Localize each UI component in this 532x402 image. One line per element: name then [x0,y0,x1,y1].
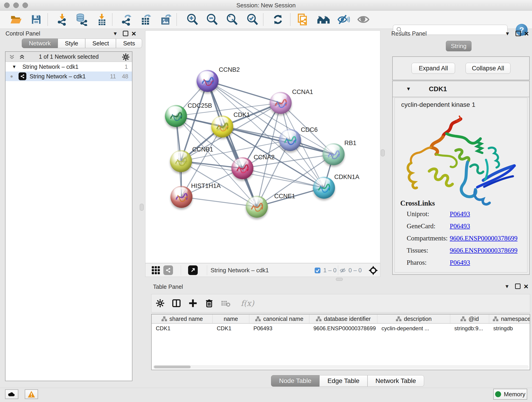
control-panel-close-button[interactable]: × [132,31,136,36]
node-table[interactable]: shared namenamecanonical namedatabase id… [151,314,530,370]
string-home-button[interactable] [317,12,330,27]
results-panel-float-button[interactable] [515,31,521,36]
string-view-button[interactable] [163,265,173,275]
scrollbar-thumb[interactable] [154,366,191,368]
show-columns-icon[interactable] [172,298,181,308]
tab-string[interactable]: String [446,41,472,51]
network-row[interactable]: ● String Network – cdk1 11 48 [6,71,132,81]
column-header-shared-name[interactable]: shared name [152,314,213,323]
tab-network-table[interactable]: Network Table [367,375,424,387]
birds-eye-toggle[interactable] [368,265,378,277]
tab-sets[interactable]: Sets [116,38,142,48]
network-canvas[interactable]: CCNB2CCNA1CDC25BCDK1CDC6RB1CCNB1CCNA2CDK… [145,31,380,263]
expand-all-button[interactable]: Expand All [412,63,455,74]
tab-style[interactable]: Style [58,38,85,48]
tab-node-table[interactable]: Node Table [271,375,319,387]
column-header--id[interactable]: @id [450,314,489,323]
tab-select[interactable]: Select [85,38,116,48]
hidden-eye-slash-icon[interactable] [339,267,347,275]
eye-button[interactable] [356,12,370,27]
zoom-in-button[interactable] [186,12,199,27]
table-panel-float-button[interactable] [515,283,520,289]
crosslink-uniprot-link[interactable]: P06493 [450,210,470,218]
node-ccnb1[interactable] [170,150,192,172]
protein-collapse-arrow[interactable]: ▼ [406,86,411,92]
table-cell[interactable]: stringdb:9... [450,324,489,333]
crosslink-pharos-link[interactable]: P06493 [450,259,470,266]
grid-view-button[interactable] [151,265,161,277]
export-network-button[interactable] [119,12,133,27]
crosslink-genecard-link[interactable]: P06493 [450,222,470,230]
add-column-plus-icon[interactable] [188,298,198,308]
table-cell[interactable]: CDK1 [152,324,213,333]
collapse-all-button[interactable]: Collapse All [466,63,510,74]
save-session-button[interactable] [29,12,43,27]
table-cell[interactable]: CDK1 [213,324,249,333]
import-table-file-button[interactable] [95,12,109,27]
toolbar-separator [177,13,177,26]
table-panel-close-button[interactable]: × [524,283,528,289]
node-ccnb2[interactable] [196,70,219,92]
control-panel-menu-button[interactable]: ▼ [113,31,118,37]
collection-expand-arrow[interactable]: ▼ [12,64,17,70]
node-cdc6[interactable] [279,129,301,151]
table-settings-gear-icon[interactable] [156,299,165,308]
selected-checkbox[interactable] [314,267,321,275]
export-image-button[interactable] [159,12,173,27]
table-cell[interactable]: 9606.ENSP00000378699 [309,324,377,333]
memory-button[interactable]: Memory [493,389,527,400]
node-hist1h1a[interactable] [171,186,192,208]
node-cdc25b[interactable] [165,105,187,127]
table-row[interactable]: CDK1CDK1P064939606.ENSP00000378699cyclin… [152,324,530,333]
column-header-database-identifier[interactable]: database identifier [309,314,377,323]
table-horizontal-scrollbar[interactable] [153,365,529,369]
crosslink-compartments-link[interactable]: 9606.ENSP00000378699 [450,235,518,242]
tab-network[interactable]: Network [22,38,58,48]
results-panel-close-button[interactable]: × [524,31,529,36]
show-hide-graphics-button[interactable] [336,12,350,27]
bottom-splitter-handle[interactable] [336,278,343,281]
table-cell[interactable]: stringdb [489,324,530,333]
open-session-button[interactable] [9,12,23,27]
column-header-name[interactable]: name [213,314,249,323]
zoom-out-button[interactable] [205,12,219,27]
tab-edge-table[interactable]: Edge Table [319,375,367,387]
column-header-namespace[interactable]: namespace [489,314,530,323]
update-button[interactable] [271,12,285,27]
control-panel-float-button[interactable] [123,31,128,36]
table-cell[interactable]: cyclin-dependent ... [377,324,450,333]
left-splitter-handle[interactable] [140,204,144,211]
protein-section-header[interactable]: ▼ CDK1 [393,81,529,97]
crosslink-tissues-link[interactable]: 9606.ENSP00000378699 [450,247,518,254]
import-network-file-button[interactable] [55,12,69,27]
node-cdk1[interactable] [211,115,233,138]
network-node-count: 11 [110,73,116,80]
cloud-button[interactable] [5,389,18,399]
right-splitter-handle[interactable] [381,149,385,156]
zoom-fit-button[interactable] [225,12,239,27]
column-header-description[interactable]: description [377,314,450,323]
table-cell[interactable]: P06493 [249,324,309,333]
import-network-database-button[interactable] [75,12,88,27]
node-ccna2[interactable] [231,157,253,179]
gear-icon[interactable] [122,53,130,61]
warnings-button[interactable] [25,389,38,399]
duplicate-network-button[interactable] [296,12,310,27]
memory-status-dot [495,391,501,397]
delete-column-trash-icon[interactable] [205,299,214,308]
export-table-button[interactable] [139,12,153,27]
node-ccna1[interactable] [270,92,292,114]
column-header-canonical-name[interactable]: canonical name [249,314,309,323]
network-collection-row[interactable]: ▼ String Network – cdk1 1 [6,62,132,71]
node-rb1[interactable] [323,143,345,165]
delete-table-icon[interactable] [221,298,231,308]
detach-view-button[interactable] [188,265,198,275]
crosslink-label: Pharos: [407,259,427,266]
node-label-ccnb1: CCNB1 [192,146,213,153]
table-panel-menu-button[interactable]: ▼ [505,283,510,289]
results-panel-menu-button[interactable]: ▼ [505,31,510,37]
zoom-selected-button[interactable] [246,12,259,27]
node-ccne1[interactable] [246,196,268,218]
node-cdkn1a[interactable] [313,177,335,199]
function-builder-button[interactable]: f(x) [241,299,254,308]
